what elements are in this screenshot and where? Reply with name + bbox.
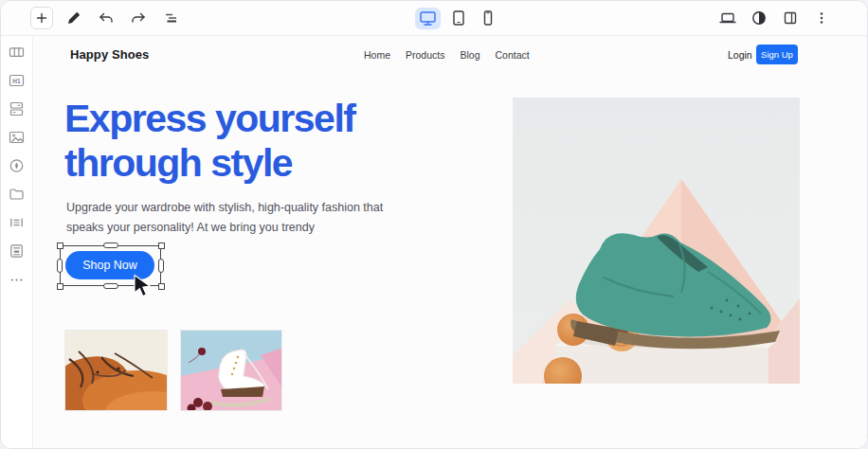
reorder-layers-button[interactable]: [159, 7, 182, 29]
hero-description-line1: Upgrade your wardrobe with stylish, high…: [66, 198, 383, 218]
selection-handle-top-left[interactable]: [57, 242, 63, 249]
gallery-image-ice-skate[interactable]: [180, 330, 282, 411]
hero-description: Upgrade your wardrobe with stylish, high…: [66, 198, 383, 238]
image-icon[interactable]: [9, 130, 26, 145]
undo-icon: [98, 10, 115, 26]
selection-handle-top[interactable]: [103, 242, 118, 248]
carousel-icon[interactable]: [9, 215, 26, 230]
selection-handle-bottom-left[interactable]: [57, 283, 63, 290]
selection-handle-left[interactable]: [57, 259, 63, 273]
laptop-icon: [718, 10, 737, 26]
device-mobile-button[interactable]: [477, 7, 499, 29]
form-icon[interactable]: [9, 243, 26, 259]
edit-button[interactable]: [63, 7, 85, 29]
device-desktop-button[interactable]: [415, 8, 441, 29]
columns-layout-icon[interactable]: [9, 45, 26, 60]
plus-icon: [34, 10, 49, 26]
preview-button[interactable]: [716, 7, 739, 29]
site-nav: Home Products Blog Contact: [364, 49, 530, 61]
heading-h1-icon[interactable]: H1: [9, 73, 26, 88]
hero-title: Express yourself through style: [64, 97, 354, 186]
mouse-cursor-icon: [131, 273, 154, 297]
site-logo: Happy Shoes: [70, 47, 149, 62]
add-button[interactable]: [30, 7, 53, 29]
redo-icon: [130, 10, 147, 26]
device-toggle-group: [415, 1, 499, 35]
toolbar-left-group: [30, 1, 182, 35]
app-window: H1 Happy Shoes Home Products Blog Contac…: [0, 0, 868, 449]
more-icon[interactable]: [9, 272, 26, 287]
kebab-menu-icon: [814, 10, 829, 26]
hero-image-teal-shoe[interactable]: [513, 98, 800, 384]
pencil-icon: [66, 10, 81, 26]
hero-description-line2: speaks your personality! At we bring you…: [66, 218, 383, 238]
nav-blog-link[interactable]: Blog: [460, 49, 479, 61]
compass-icon[interactable]: [9, 158, 26, 173]
folder-icon[interactable]: [9, 187, 26, 202]
mobile-icon: [479, 9, 497, 27]
nav-products-link[interactable]: Products: [406, 49, 444, 61]
split-panel-icon: [783, 10, 798, 26]
theme-button[interactable]: [748, 7, 770, 29]
svg-text:H1: H1: [12, 78, 21, 84]
selection-handle-bottom[interactable]: [103, 283, 118, 289]
panel-toggle-button[interactable]: [779, 7, 802, 29]
toolbar-right-group: [716, 1, 833, 35]
contrast-icon: [751, 10, 767, 26]
device-tablet-button[interactable]: [447, 7, 470, 29]
editor-canvas: Happy Shoes Home Products Blog Contact L…: [34, 36, 867, 448]
tablet-icon: [450, 9, 467, 27]
undo-button[interactable]: [95, 7, 118, 29]
hero-title-line2: through style: [64, 141, 354, 186]
hero-title-line1: Express yourself: [64, 97, 354, 141]
toolbar: [1, 1, 867, 36]
reorder-layers-icon: [162, 10, 179, 26]
nav-contact-link[interactable]: Contact: [495, 49, 529, 61]
selection-handle-top-right[interactable]: [158, 242, 165, 249]
more-menu-button[interactable]: [810, 7, 833, 29]
elements-sidebar: H1: [1, 36, 33, 448]
sections-icon[interactable]: [9, 101, 26, 117]
desktop-icon: [419, 9, 437, 27]
selection-handle-bottom-right[interactable]: [158, 283, 165, 290]
gallery-image-leather-shoes[interactable]: [64, 330, 168, 411]
nav-home-link[interactable]: Home: [364, 49, 390, 61]
login-link[interactable]: Login: [728, 49, 752, 61]
signup-button[interactable]: Sign Up: [756, 45, 798, 64]
selection-handle-right[interactable]: [158, 259, 164, 273]
redo-button[interactable]: [127, 7, 150, 29]
